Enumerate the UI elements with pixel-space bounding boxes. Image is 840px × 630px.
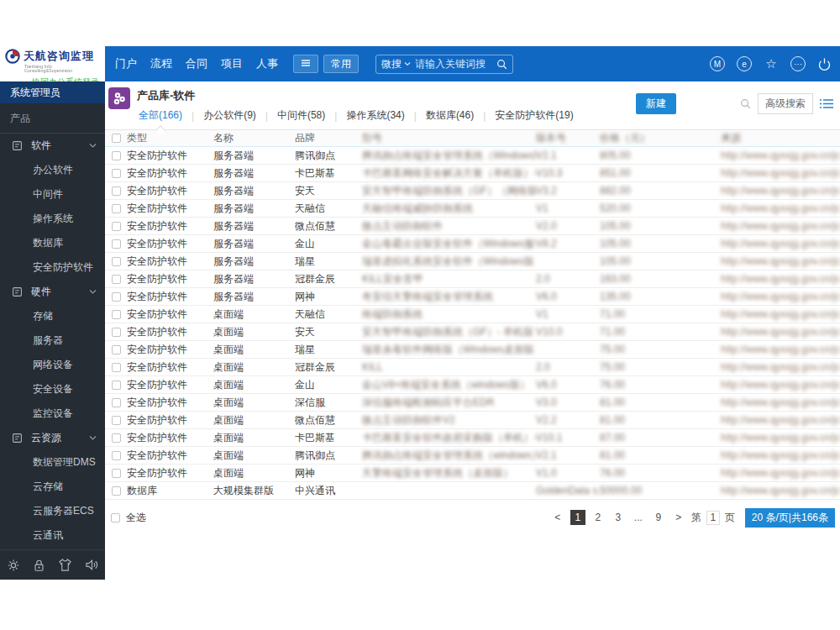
row-checkbox[interactable] xyxy=(112,416,121,425)
select-all-checkbox[interactable] xyxy=(111,513,120,522)
search-scope-dropdown[interactable]: 微搜 xyxy=(381,57,411,71)
table-row[interactable]: 安全防护软件桌面端深信服深信服终端检测响应平台EDRV3.081.00http:… xyxy=(105,394,840,412)
prev-page-button[interactable]: < xyxy=(550,510,565,525)
nav-item-4[interactable]: 人事 xyxy=(256,56,278,71)
sidebar-item-2-0[interactable]: 数据管理DMS xyxy=(0,450,105,475)
cell-source[interactable]: http://www.qyxxjg.gov.cn/jcjg/ xyxy=(721,238,840,249)
row-checkbox[interactable] xyxy=(112,186,121,196)
table-search-input[interactable] xyxy=(683,98,733,110)
more-icon[interactable]: ··· xyxy=(790,56,806,71)
row-checkbox[interactable] xyxy=(112,275,121,284)
tab-1[interactable]: 办公软件(9) xyxy=(202,108,258,123)
cell-source[interactable]: http://www.qyxxjg.gov.cn/jcjg/ xyxy=(721,467,840,479)
power-icon[interactable] xyxy=(817,57,832,71)
new-button[interactable]: 新建 xyxy=(636,93,676,114)
cell-source[interactable]: http://www.qyxxjg.gov.cn/jcjg/ xyxy=(721,432,840,444)
row-checkbox[interactable] xyxy=(112,398,121,407)
table-row[interactable]: 安全防护软件服务器端网神奇安信天擎终端安全管理系统V6.0135.00http:… xyxy=(105,288,840,306)
table-row[interactable]: 安全防护软件桌面端腾讯御点腾讯御点终端安全管理系统（windows）V2.1V2… xyxy=(105,447,840,465)
sidebar-item-1-2[interactable]: 网络设备 xyxy=(0,353,105,377)
tab-4[interactable]: 数据库(46) xyxy=(424,108,475,123)
cell-source[interactable]: http://www.qyxxjg.gov.cn/jcjg/ xyxy=(721,150,840,161)
tab-5[interactable]: 安全防护软件(19) xyxy=(493,108,575,123)
row-checkbox[interactable] xyxy=(112,328,121,337)
cell-source[interactable]: http://www.qyxxjg.gov.cn/jcjg/ xyxy=(721,485,840,496)
table-row[interactable]: 安全防护软件桌面端瑞星瑞星杀毒软件网络版（Windows桌面版）75.00htt… xyxy=(105,341,840,359)
table-row[interactable]: 安全防护软件服务器端微点佰慧微点主动防御软件V2.0105.00http://w… xyxy=(105,218,840,235)
table-row[interactable]: 安全防护软件服务器端天融信天融信终端威胁防御系统V1520.00http://w… xyxy=(105,200,840,218)
sidebar-item-0-1[interactable]: 中间件 xyxy=(0,182,105,207)
row-checkbox[interactable] xyxy=(112,363,121,372)
nav-menu-button[interactable] xyxy=(293,55,318,73)
sidebar-item-1-3[interactable]: 安全设备 xyxy=(0,377,105,402)
table-row[interactable]: 安全防护软件桌面端网神天擎终端安全管理系统（桌面版）V1.076.00http:… xyxy=(105,465,840,482)
cell-source[interactable]: http://www.qyxxjg.gov.cn/jcjg/ xyxy=(721,273,840,285)
cell-source[interactable]: http://www.qyxxjg.gov.cn/jcjg/ xyxy=(721,414,840,426)
table-row[interactable]: 安全防护软件桌面端卡巴斯基卡巴斯基安全软件政府采购版（单机）- 03…V10.1… xyxy=(105,429,840,447)
sidebar-item-1-0[interactable]: 存储 xyxy=(0,304,105,328)
cell-source[interactable]: http://www.qyxxjg.gov.cn/jcjg/ xyxy=(721,308,840,320)
nav-favorites-button[interactable]: 常用 xyxy=(323,55,359,73)
sidebar-item-1-1[interactable]: 服务器 xyxy=(0,328,105,353)
table-row[interactable]: 安全防护软件桌面端天融信终端防御系统V171.00http://www.qyxx… xyxy=(105,306,840,323)
table-row[interactable]: 安全防护软件服务器端卡巴斯基卡巴斯基网络安全解决方案（单机版）- 05…V10.… xyxy=(105,165,840,182)
message-icon[interactable]: e xyxy=(737,56,752,71)
cell-source[interactable]: http://www.qyxxjg.gov.cn/jcjg/ xyxy=(721,344,840,355)
nav-item-0[interactable]: 门户 xyxy=(115,56,137,71)
row-checkbox[interactable] xyxy=(112,151,121,160)
table-row[interactable]: 安全防护软件服务器端安天安天智甲终端防御系统（GF）（网络版）V3.2882.0… xyxy=(105,182,840,200)
table-row[interactable]: 安全防护软件服务器端金山金山毒霸企业版安全软件（Windows服务器版）V8.2… xyxy=(105,235,840,253)
page-button-2[interactable]: 2 xyxy=(591,510,606,525)
cell-source[interactable]: http://www.qyxxjg.gov.cn/jcjg/ xyxy=(721,220,840,232)
sidebar-group-0[interactable]: 软件 xyxy=(0,134,105,158)
sidebar-item-0-3[interactable]: 数据库 xyxy=(0,231,105,255)
row-checkbox[interactable] xyxy=(112,169,121,178)
favorites-star-icon[interactable]: ☆ xyxy=(764,56,779,71)
page-button-3[interactable]: 3 xyxy=(611,510,626,525)
table-row[interactable]: 安全防护软件桌面端安天安天智甲终端防御系统（GF）- 单机版V10.071.00… xyxy=(105,323,840,341)
page-button-1[interactable]: 1 xyxy=(570,510,585,525)
table-row[interactable]: 安全防护软件服务器端冠群金辰KILL安全胄甲2.0163.00http://ww… xyxy=(105,270,840,288)
sidebar-item-2-3[interactable]: 云通讯 xyxy=(0,523,105,548)
table-search-icon[interactable] xyxy=(740,98,751,109)
m-badge-icon[interactable]: M xyxy=(710,56,725,71)
cell-source[interactable]: http://www.qyxxjg.gov.cn/jcjg/ xyxy=(721,379,840,391)
table-row[interactable]: 安全防护软件服务器端腾讯御点腾讯御点终端安全管理系统（Windows版）V2.1… xyxy=(105,147,840,165)
tab-0[interactable]: 全部(166) xyxy=(137,108,184,123)
search-input[interactable] xyxy=(415,58,492,70)
cell-source[interactable]: http://www.qyxxjg.gov.cn/jcjg/ xyxy=(721,167,840,179)
settings-gear-icon[interactable] xyxy=(7,559,20,572)
row-checkbox[interactable] xyxy=(112,345,121,354)
row-checkbox[interactable] xyxy=(112,486,121,496)
sidebar-item-2-1[interactable]: 云存储 xyxy=(0,475,105,499)
sidebar-item-0-4[interactable]: 安全防护软件 xyxy=(0,255,105,280)
cell-source[interactable]: http://www.qyxxjg.gov.cn/jcjg/ xyxy=(721,255,840,267)
list-view-icon[interactable] xyxy=(820,98,833,109)
page-button-9[interactable]: 9 xyxy=(651,510,666,525)
next-page-button[interactable]: > xyxy=(671,510,686,525)
sound-speaker-icon[interactable] xyxy=(85,559,99,571)
table-row[interactable]: 安全防护软件服务器端瑞星瑞星虚拟化系统安全软件（Windows版）105.00h… xyxy=(105,253,840,270)
cell-source[interactable]: http://www.qyxxjg.gov.cn/jcjg/ xyxy=(721,202,840,214)
lock-icon[interactable] xyxy=(33,559,45,572)
tab-3[interactable]: 操作系统(34) xyxy=(344,108,406,123)
table-row[interactable]: 数据库大规模集群版中兴通讯GoldenData s…50000.00http:/… xyxy=(105,482,840,500)
cell-source[interactable]: http://www.qyxxjg.gov.cn/jcjg/ xyxy=(721,396,840,408)
row-checkbox[interactable] xyxy=(112,257,121,266)
page-size-summary[interactable]: 20 条/页|共166条 xyxy=(745,508,835,528)
select-all-header-checkbox[interactable] xyxy=(112,134,121,143)
row-checkbox[interactable] xyxy=(112,451,121,460)
nav-item-1[interactable]: 流程 xyxy=(150,56,172,71)
row-checkbox[interactable] xyxy=(112,433,121,443)
table-row[interactable]: 安全防护软件桌面端冠群金辰KILL2.075.00http://www.qyxx… xyxy=(105,359,840,376)
sidebar-group-1[interactable]: 硬件 xyxy=(0,280,105,304)
row-checkbox[interactable] xyxy=(112,292,121,302)
cell-source[interactable]: http://www.qyxxjg.gov.cn/jcjg/ xyxy=(721,326,840,338)
nav-item-2[interactable]: 合同 xyxy=(186,56,207,71)
row-checkbox[interactable] xyxy=(112,239,121,249)
table-row[interactable]: 安全防护软件桌面端微点佰慧微点主动防御软件V2V2.281.00http://w… xyxy=(105,412,840,429)
theme-shirt-icon[interactable] xyxy=(58,559,72,571)
row-checkbox[interactable] xyxy=(112,381,121,390)
cell-source[interactable]: http://www.qyxxjg.gov.cn/jcjg/ xyxy=(721,361,840,373)
table-row[interactable]: 安全防护软件桌面端金山金山V8+终端安全系统（windows版）V6.076.0… xyxy=(105,376,840,394)
